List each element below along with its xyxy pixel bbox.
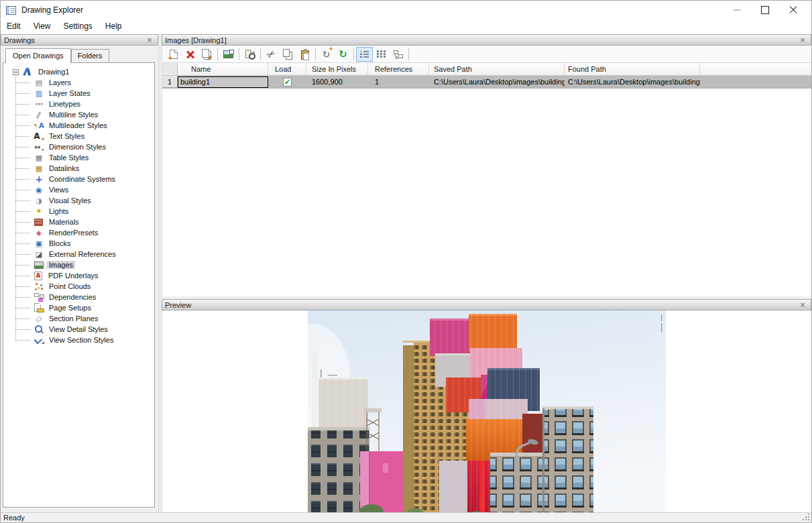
copy-button[interactable] <box>280 47 296 62</box>
tree-item-external-references[interactable]: External References <box>3 249 154 259</box>
insert-image-button[interactable] <box>220 47 237 62</box>
tree-item-table-styles[interactable]: Table Styles <box>3 152 154 163</box>
view-tree-button[interactable] <box>390 47 406 62</box>
pdf-underlays-icon <box>34 272 42 280</box>
tree-item-dimension-styles[interactable]: Dimension Styles <box>3 141 154 152</box>
main-area: Drawings × Open DrawingsFolders Drawing1… <box>1 34 811 512</box>
view-details-button[interactable] <box>356 47 373 62</box>
tab-folders[interactable]: Folders <box>71 49 109 62</box>
view-icons-button[interactable] <box>373 47 390 62</box>
tree-item-label: Materials <box>47 218 81 226</box>
tree-item-layers[interactable]: Layers <box>3 77 154 88</box>
tb-refresh-icon <box>339 48 347 60</box>
tree-item-pdf-underlays[interactable]: PDF Underlays <box>3 270 154 281</box>
images-panel: Images [Drawing1] × NameLoadSize In Pixe… <box>162 34 811 512</box>
images-toolbar <box>162 46 811 62</box>
preview-panel-header: Preview × <box>162 299 811 310</box>
table-styles-icon <box>33 153 45 162</box>
column-header-row-number[interactable] <box>162 63 178 75</box>
tb-view-details-icon <box>360 50 369 58</box>
tree-root-label: Drawing1 <box>36 68 71 76</box>
close-button[interactable] <box>779 2 807 18</box>
toolbar-separator <box>260 48 261 60</box>
reload-image-button[interactable] <box>318 47 335 62</box>
menu-help[interactable]: Help <box>105 20 128 34</box>
tree-item-point-clouds[interactable]: Point Clouds <box>3 281 154 292</box>
status-text: Ready <box>3 514 25 522</box>
tab-open-drawings[interactable]: Open Drawings <box>5 48 71 63</box>
menu-edit[interactable]: Edit <box>6 20 27 34</box>
column-header-found-path[interactable]: Found Path <box>565 63 700 75</box>
tree-item-view-detail-styles[interactable]: View Detail Styles <box>3 324 154 335</box>
app-icon <box>6 6 16 15</box>
maximize-button[interactable] <box>751 2 779 18</box>
tree-item-renderpresets[interactable]: RenderPresets <box>3 227 154 238</box>
view-detail-styles-icon <box>33 325 45 334</box>
tree-item-label: Section Planes <box>47 314 100 323</box>
menu-view[interactable]: View <box>33 20 57 34</box>
purge-button[interactable] <box>198 47 215 62</box>
preview-area <box>162 310 811 512</box>
collapse-icon[interactable] <box>13 69 19 75</box>
drawing-explorer-window: Drawing Explorer EditViewSettingsHelp Dr… <box>0 0 812 523</box>
menu-bar: EditViewSettingsHelp <box>1 19 811 34</box>
tree-item-text-styles[interactable]: Text Styles <box>3 131 154 141</box>
images-icon <box>34 262 44 269</box>
tree-item-label: Point Clouds <box>47 282 93 290</box>
tree-item-label: Dependencies <box>47 293 98 301</box>
drawings-panel-header: Drawings × <box>1 34 158 46</box>
tree-item-page-setups[interactable]: Page Setups <box>3 302 154 313</box>
tree-item-label: Page Setups <box>47 304 93 312</box>
resize-grip[interactable] <box>808 519 809 520</box>
browse-image-file-button[interactable] <box>241 47 258 62</box>
coordinate-systems-icon <box>33 174 45 184</box>
tb-new-icon <box>170 50 178 59</box>
window-title: Drawing Explorer <box>21 5 83 15</box>
tree-item-section-planes[interactable]: Section Planes <box>3 313 154 324</box>
tree-item-layer-states[interactable]: Layer States <box>3 88 154 99</box>
tree-item-label: PDF Underlays <box>46 272 101 280</box>
images-panel-close-icon[interactable]: × <box>798 36 807 45</box>
load-checkbox[interactable]: ✔ <box>283 78 292 86</box>
menu-settings[interactable]: Settings <box>62 20 98 34</box>
name-edit-field[interactable]: building1 <box>178 76 268 88</box>
photo-credit-mark <box>661 314 662 333</box>
tree-item-visual-styles[interactable]: Visual Styles <box>3 195 154 206</box>
tree-item-materials[interactable]: Materials <box>3 217 154 227</box>
point-clouds-icon <box>33 282 45 291</box>
tree-item-lights[interactable]: Lights <box>3 206 154 217</box>
paste-button[interactable] <box>296 47 313 62</box>
column-header-size-in-pixels[interactable]: Size In Pixels <box>306 63 368 75</box>
tree-item-images[interactable]: Images <box>3 259 154 270</box>
column-header-references[interactable]: References <box>368 63 429 75</box>
preview-panel-close-icon[interactable]: × <box>798 300 807 310</box>
tree-item-multiline-styles[interactable]: Multiline Styles <box>3 109 154 120</box>
tree-item-label: Lights <box>47 207 70 215</box>
tree-item-label: Datalinks <box>47 164 81 172</box>
drawings-panel-close-icon[interactable]: × <box>145 36 154 45</box>
column-header-load[interactable]: Load <box>268 63 306 75</box>
tree-item-multileader-styles[interactable]: Multileader Styles <box>3 120 154 131</box>
multiline-styles-icon <box>33 110 45 119</box>
new-image-button[interactable] <box>165 47 182 62</box>
tree-item-datalinks[interactable]: Datalinks <box>3 163 154 174</box>
tree-item-linetypes[interactable]: Linetypes <box>3 99 154 109</box>
tree-item-label: Table Styles <box>47 154 91 162</box>
column-header-name[interactable]: Name <box>178 63 268 75</box>
toolbar-separator <box>217 48 218 60</box>
minimize-button[interactable] <box>723 2 751 18</box>
tb-cut-icon <box>267 48 276 60</box>
cut-button[interactable] <box>263 47 280 62</box>
visual-styles-icon <box>33 196 45 205</box>
tree-item-blocks[interactable]: Blocks <box>3 238 154 249</box>
column-header-saved-path[interactable]: Saved Path <box>429 63 565 75</box>
table-row[interactable]: 1building1✔1600,9001C:\Users\Laura\Deskt… <box>162 76 811 89</box>
tree-item-coordinate-systems[interactable]: Coordinate Systems <box>3 174 154 184</box>
tree-root-drawing1[interactable]: Drawing1 <box>3 66 154 77</box>
tree-item-view-section-styles[interactable]: View Section Styles <box>3 335 154 345</box>
tb-purge-icon <box>202 49 209 58</box>
delete-image-button[interactable] <box>182 47 198 62</box>
refresh-button[interactable] <box>335 47 351 62</box>
tree-item-views[interactable]: Views <box>3 184 154 195</box>
tree-item-dependencies[interactable]: Dependencies <box>3 292 154 302</box>
